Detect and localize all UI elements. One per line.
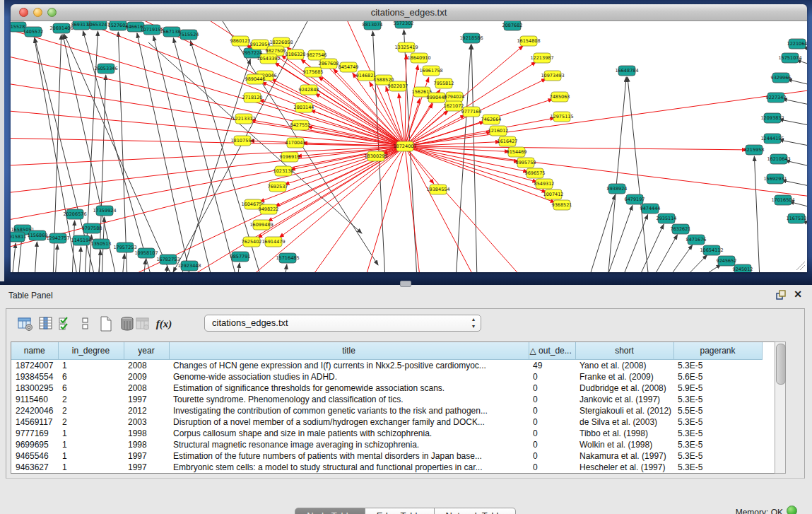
table-cell[interactable]: Changes of HCN gene expression and I(f) …	[169, 360, 529, 372]
network-node-9329966[interactable]: 9329966	[771, 73, 792, 83]
table-cell[interactable]: 0	[529, 371, 575, 382]
network-node-18724007[interactable]: 18724007	[393, 141, 416, 151]
table-cell[interactable]: 2009	[124, 371, 169, 382]
table-cell[interactable]: 5.3E-5	[673, 394, 762, 405]
table-cell[interactable]: 1998	[124, 428, 169, 439]
network-node-9242848[interactable]: 9242848	[299, 85, 319, 95]
network-node-10973493[interactable]: 10973493	[541, 71, 564, 81]
network-node-12975115[interactable]: 12975115	[550, 112, 573, 122]
table-cell[interactable]: Embryonic stem cells: a model to study s…	[169, 462, 529, 473]
table-cell[interactable]: 9777169	[11, 428, 58, 439]
table-cell[interactable]: 1998	[124, 439, 169, 450]
network-node-10543392[interactable]: 10543392	[257, 54, 280, 64]
network-node-17957253[interactable]: 17957253	[113, 243, 136, 252]
network-node-18640910[interactable]: 18640910	[407, 53, 430, 63]
network-node-16154808[interactable]: 16154808	[517, 36, 540, 46]
table-cell[interactable]: 2	[58, 416, 124, 428]
column-header-2[interactable]: year	[124, 342, 169, 360]
table-cell[interactable]: 9465546	[11, 450, 58, 462]
network-node-12444155[interactable]: 12444155	[760, 134, 784, 144]
network-node-8186328[interactable]: 8186328	[286, 49, 306, 59]
network-node-4170043[interactable]: 4170043	[286, 138, 306, 148]
network-node-6479197[interactable]: 6479197	[625, 194, 645, 204]
table-cell[interactable]: 22420046	[11, 405, 58, 416]
network-node-1145194[interactable]: 1145194	[71, 235, 92, 245]
table-row[interactable]: 911546021997Tourette syndrome. Phenomeno…	[11, 394, 762, 405]
network-node-2867608[interactable]: 2867608	[319, 59, 339, 69]
import-table-icon[interactable]	[134, 315, 151, 334]
network-node-10958107[interactable]: 10958107	[134, 248, 158, 258]
network-node-1216012[interactable]: 1216012	[488, 126, 509, 136]
tab-node-table[interactable]: Node Table	[295, 508, 365, 514]
table-cell[interactable]: 14569117	[11, 416, 58, 428]
network-node-16648784[interactable]: 16648784	[615, 66, 638, 76]
network-node-3915811[interactable]: 3915811	[11, 232, 26, 242]
table-settings-icon[interactable]	[17, 315, 34, 334]
network-node-2087682[interactable]: 2087682	[502, 21, 523, 30]
table-cell[interactable]: Jankovic et al. (1997)	[575, 394, 673, 405]
network-node-1156869[interactable]: 1156869	[28, 230, 48, 240]
network-node-16782753[interactable]: 16782753	[156, 255, 180, 264]
network-node-1007412[interactable]: 1007412	[543, 189, 564, 199]
network-node-9822037[interactable]: 9822037	[388, 81, 408, 91]
table-row[interactable]: 946554611997Estimation of the future num…	[11, 450, 762, 462]
network-node-2718120[interactable]: 2718120	[242, 93, 263, 103]
table-cell[interactable]: Hescheler et al. (1997)	[575, 462, 673, 473]
table-cell[interactable]: 5.9E-5	[673, 382, 762, 394]
network-node-9245652[interactable]: 9245652	[717, 256, 737, 266]
table-cell[interactable]: 0	[529, 428, 575, 439]
table-cell[interactable]: 0	[529, 439, 575, 450]
table-cell[interactable]: 6	[58, 382, 124, 394]
network-node-1167533[interactable]: 1167533	[787, 214, 807, 223]
table-cell[interactable]: Corpus callosum shape and size in male p…	[169, 428, 529, 439]
table-row[interactable]: 1938455462009Genome-wide association stu…	[11, 371, 762, 382]
network-node-9890446[interactable]: 9890446	[245, 74, 266, 84]
column-header-5[interactable]: short	[575, 342, 673, 360]
network-node-1023130[interactable]: 1023130	[273, 166, 294, 176]
table-cell[interactable]: 19384554	[11, 371, 58, 382]
network-node-7692537[interactable]: 7692537	[268, 182, 288, 192]
network-node-17359924[interactable]: 17359924	[93, 206, 116, 216]
table-cell[interactable]: 2	[58, 394, 124, 405]
table-cell[interactable]: 2012	[124, 405, 169, 416]
vertical-scrollbar[interactable]	[775, 341, 786, 474]
network-node-1616427[interactable]: 1616427	[498, 136, 518, 146]
table-cell[interactable]: Tibbo et al. (1998)	[575, 428, 673, 439]
table-cell[interactable]: 5.6E-5	[673, 371, 762, 382]
table-row[interactable]: 2242004622012Investigating the contribut…	[11, 405, 762, 416]
column-header-3[interactable]: title	[169, 342, 529, 360]
table-cell[interactable]: 9699695	[11, 439, 58, 450]
select-rows-icon[interactable]	[57, 315, 74, 334]
table-cell[interactable]: 0	[529, 382, 575, 394]
network-node-7462664[interactable]: 7462664	[481, 115, 502, 124]
network-node-12923448[interactable]: 12923448	[177, 261, 201, 271]
network-node-9196919[interactable]: 9196919	[280, 152, 300, 162]
network-node-9498222[interactable]: 9498222	[259, 204, 279, 214]
tab-edge-table[interactable]: Edge Table	[365, 508, 435, 514]
network-node-8995758[interactable]: 8995758	[516, 158, 536, 168]
table-cell[interactable]: 5.3E-5	[673, 416, 762, 428]
network-node-1405572[interactable]: 1405572	[23, 27, 44, 37]
network-node-8471676[interactable]: 8471676	[686, 235, 707, 245]
network-node-9227343[interactable]: 9227343	[766, 93, 787, 103]
network-node-9857791[interactable]: 9857791	[230, 252, 251, 262]
network-node-7632621[interactable]: 7632621	[671, 224, 691, 234]
network-node-8549312[interactable]: 8549312	[534, 179, 555, 189]
network-node-9797588[interactable]: 9797588	[82, 223, 102, 233]
network-node-10654112[interactable]: 10654112	[700, 245, 723, 255]
table-cell[interactable]: Tourette syndrome. Phenomenology and cla…	[169, 394, 529, 405]
splitter-grip[interactable]	[400, 281, 411, 287]
table-cell[interactable]: Structural magnetic resonance image aver…	[169, 439, 529, 450]
network-window-titlebar[interactable]: citations_edges.txt	[11, 4, 807, 21]
network-node-15751074[interactable]: 15751074	[778, 53, 801, 63]
table-cell[interactable]: Genome-wide association studies in ADHD.	[169, 371, 529, 382]
network-node-12213987[interactable]: 12213987	[530, 53, 553, 63]
column-header-4[interactable]: △ out_de...	[529, 342, 575, 360]
table-cell[interactable]: Estimation of significance thresholds fo…	[169, 382, 529, 394]
table-cell[interactable]: 1	[58, 462, 124, 473]
table-cell[interactable]: 9463627	[11, 462, 58, 473]
table-cell[interactable]: 1	[58, 439, 124, 450]
network-node-1221064[interactable]: 1221064	[787, 39, 807, 49]
network-node-7485063[interactable]: 7485063	[550, 92, 570, 102]
network-node-15716485[interactable]: 15716485	[276, 253, 299, 263]
